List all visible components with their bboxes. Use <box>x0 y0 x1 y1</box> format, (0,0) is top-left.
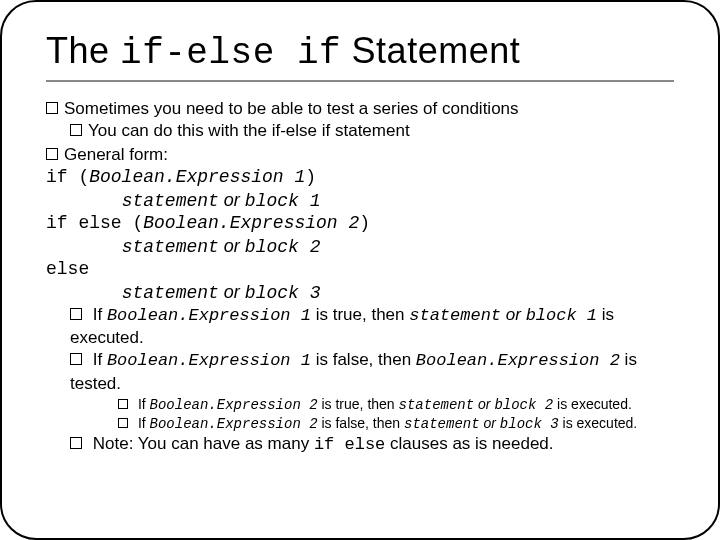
or: or <box>480 415 500 431</box>
blk: block 1 <box>526 306 597 325</box>
stmt: statement <box>122 237 219 257</box>
text: If <box>93 350 107 369</box>
or: or <box>219 236 245 256</box>
text: is false, then <box>311 350 416 369</box>
bullet-nested-false: If Boolean.Expression 2 is false, then s… <box>118 414 674 433</box>
blk: block 1 <box>245 191 321 211</box>
expr: Boolean.Expression 2 <box>143 213 359 233</box>
body: Sometimes you need to be able to test a … <box>46 98 674 456</box>
text: Note: You can have as many <box>93 434 314 453</box>
blk: block 3 <box>500 416 559 432</box>
page-title: The if-else if Statement <box>46 30 674 82</box>
indent <box>46 237 122 257</box>
bullet-can-do-with: You can do this with the if-else if stat… <box>70 120 674 142</box>
blk: block 3 <box>245 283 321 303</box>
or: or <box>219 282 245 302</box>
paren: ) <box>359 213 370 233</box>
text: If <box>93 305 107 324</box>
expr: Boolean.Expression 1 <box>89 167 305 187</box>
kw: if ( <box>46 167 89 187</box>
paren: ) <box>305 167 316 187</box>
expr: Boolean.Expression 1 <box>107 306 311 325</box>
or: or <box>219 190 245 210</box>
stmt: statement <box>404 416 480 432</box>
title-pre: The <box>46 30 120 71</box>
slide: The if-else if Statement Sometimes you n… <box>0 0 720 540</box>
indent <box>46 191 122 211</box>
expr: Boolean.Expression 2 <box>416 351 620 370</box>
text: Sometimes you need to be able to test a … <box>64 99 519 118</box>
expr: Boolean.Expression 2 <box>150 397 318 413</box>
text: clauses as is needed. <box>385 434 553 453</box>
stmt: statement <box>409 306 501 325</box>
text: General form: <box>64 145 168 164</box>
kw: else <box>46 259 89 279</box>
blk: block 2 <box>494 397 553 413</box>
bullet-general-form: General form: <box>46 144 674 166</box>
code-block: if (Boolean.Expression 1) statement or b… <box>46 166 674 304</box>
expr: Boolean.Expression 2 <box>150 416 318 432</box>
title-code: if-else if <box>120 33 341 74</box>
bullet-if-true: If Boolean.Expression 1 is true, then st… <box>70 304 674 349</box>
stmt: statement <box>122 191 219 211</box>
text: If <box>138 415 150 431</box>
or: or <box>474 396 494 412</box>
expr: Boolean.Expression 1 <box>107 351 311 370</box>
indent <box>46 283 122 303</box>
kw: if else ( <box>46 213 143 233</box>
bullet-series-conditions: Sometimes you need to be able to test a … <box>46 98 674 120</box>
code: if else <box>314 435 385 454</box>
text: is executed. <box>553 396 632 412</box>
blk: block 2 <box>245 237 321 257</box>
text: You can do this with the if-else if stat… <box>88 121 410 140</box>
title-post: Statement <box>341 30 520 71</box>
text: is true, then <box>318 396 399 412</box>
text: is executed. <box>559 415 638 431</box>
bullet-nested-true: If Boolean.Expression 2 is true, then st… <box>118 395 674 414</box>
stmt: statement <box>399 397 475 413</box>
text: If <box>138 396 150 412</box>
bullet-note: Note: You can have as many if else claus… <box>70 433 674 456</box>
or: or <box>501 305 526 324</box>
stmt: statement <box>122 283 219 303</box>
text: is false, then <box>318 415 404 431</box>
bullet-if-false: If Boolean.Expression 1 is false, then B… <box>70 349 674 394</box>
text: is true, then <box>311 305 409 324</box>
